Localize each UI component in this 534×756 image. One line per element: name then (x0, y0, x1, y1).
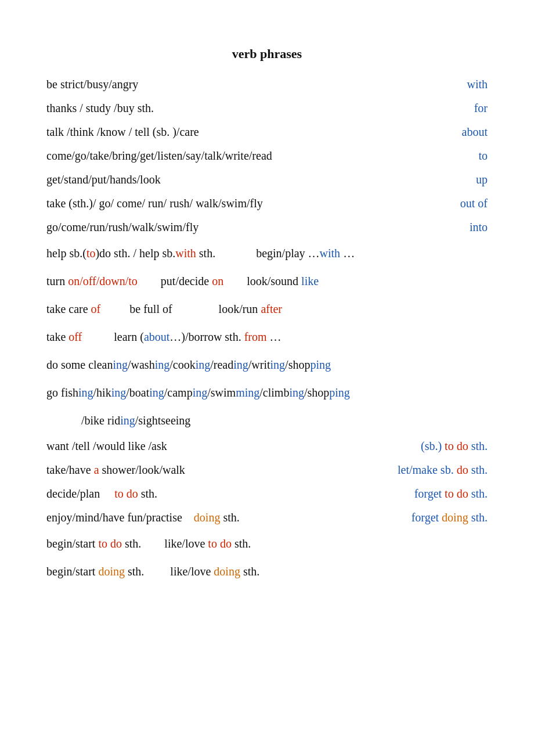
span-ing6: ing (78, 386, 93, 399)
span-doing3: doing (98, 565, 125, 578)
row-begin-start-doing: begin/start doing sth. like/love doing s… (46, 563, 488, 580)
span-on-off: on/off/down/to (68, 275, 138, 287)
row-left-16: take/have a shower/look/walk (46, 463, 398, 477)
row-right-3: about (441, 125, 488, 139)
span-ing7: ing (111, 386, 127, 399)
row-left-17: decide/plan to do sth. (46, 487, 409, 501)
row-right-7: into (441, 221, 488, 234)
row-right-16: let/make sb. do sth. (398, 463, 488, 477)
row-left-5: get/stand/put/hands/look (46, 173, 441, 186)
span-todo1: to do (445, 440, 468, 452)
page-title: verb phrases (46, 46, 488, 62)
row-right-1: with (441, 78, 488, 91)
span-a: a (94, 463, 99, 476)
span-ing8: ing (149, 386, 164, 399)
span-ing9: ing (193, 386, 208, 399)
span-todo3: to do (445, 487, 468, 500)
row-left-4: come/go/take/bring/get/listen/say/talk/w… (46, 149, 441, 163)
span-off: off (68, 330, 82, 343)
span-to1: to (86, 247, 96, 260)
span-doing4: doing (214, 565, 240, 578)
row-left-1: be strict/busy/angry (46, 78, 441, 91)
row-left-18: enjoy/mind/have fun/practise doing sth. (46, 511, 412, 524)
span-ing5: ing (270, 358, 286, 371)
span-todo4: to do (98, 537, 122, 550)
span-ing3: ing (196, 358, 211, 371)
span-about: about (144, 330, 169, 343)
row-begin-start-todo: begin/start to do sth. like/love to do s… (46, 535, 488, 552)
row-want-tell: want /tell /would like /ask (sb.) to do … (46, 440, 488, 453)
row-right-18: forget doing sth. (412, 511, 488, 524)
span-ing11: ing (120, 414, 135, 427)
span-on: on (212, 275, 223, 287)
row-left-3: talk /think /know / tell (sb. )/care (46, 125, 441, 139)
row-right-4: to (441, 149, 488, 163)
span-from: from (244, 330, 267, 343)
row-left-2: thanks / study /buy sth. (46, 102, 441, 115)
span-after: after (261, 303, 282, 315)
span-doing1: doing (194, 511, 221, 524)
span-todo5: to do (208, 537, 232, 550)
row-come-go: come/go/take/bring/get/listen/say/talk/w… (46, 149, 488, 163)
row-decide-plan: decide/plan to do sth. forget to do sth. (46, 487, 488, 501)
row-get-stand: get/stand/put/hands/look up (46, 173, 488, 186)
span-ping2: ping (329, 386, 350, 399)
row-turn: turn on/off/down/to put/decide on look/s… (46, 272, 488, 290)
span-do1: do (457, 463, 468, 476)
span-ing4: ing (233, 358, 248, 371)
row-help: help sb.(to)do sth. / help sb.with sth. … (46, 244, 488, 262)
row-bike-riding: /bike riding/sightseeing (46, 412, 488, 429)
row-left-6: take (sth.)/ go/ come/ run/ rush/ walk/s… (46, 197, 441, 210)
row-go-fishing: go fishing/hiking/boating/camping/swimmi… (46, 384, 488, 401)
row-go-come: go/come/run/rush/walk/swim/fly into (46, 221, 488, 234)
row-take-sth: take (sth.)/ go/ come/ run/ rush/ walk/s… (46, 197, 488, 210)
row-right-6: out of (441, 197, 488, 210)
row-left-7: go/come/run/rush/walk/swim/fly (46, 221, 441, 234)
span-ping1: ping (310, 358, 331, 371)
span-of1: of (91, 303, 101, 315)
span-like: like (301, 275, 319, 287)
row-right-17: forget to do sth. (409, 487, 488, 501)
row-be-strict: be strict/busy/angry with (46, 78, 488, 91)
span-ing10: ing (289, 386, 304, 399)
row-take-care: take care of be full of look/run after (46, 300, 488, 318)
row-talk: talk /think /know / tell (sb. )/care abo… (46, 125, 488, 139)
row-right-15: (sb.) to do sth. (421, 440, 488, 453)
span-with1: with (175, 247, 196, 260)
span-todo2: to do (114, 487, 138, 500)
span-with2: with (320, 247, 341, 260)
span-ing2: ing (155, 358, 170, 371)
span-doing2: doing (442, 511, 468, 524)
row-take-have: take/have a shower/look/walk let/make sb… (46, 463, 488, 477)
row-right-5: up (441, 173, 488, 186)
row-do-some: do some cleaning/washing/cooking/reading… (46, 356, 488, 373)
row-right-2: for (441, 102, 488, 115)
span-ing1: ing (113, 358, 128, 371)
row-thanks: thanks / study /buy sth. for (46, 102, 488, 115)
row-enjoy: enjoy/mind/have fun/practise doing sth. … (46, 511, 488, 524)
span-ming1: ming (236, 386, 259, 399)
row-left-15: want /tell /would like /ask (46, 440, 421, 453)
row-take-off: take off learn (about…)/borrow sth. from… (46, 328, 488, 345)
